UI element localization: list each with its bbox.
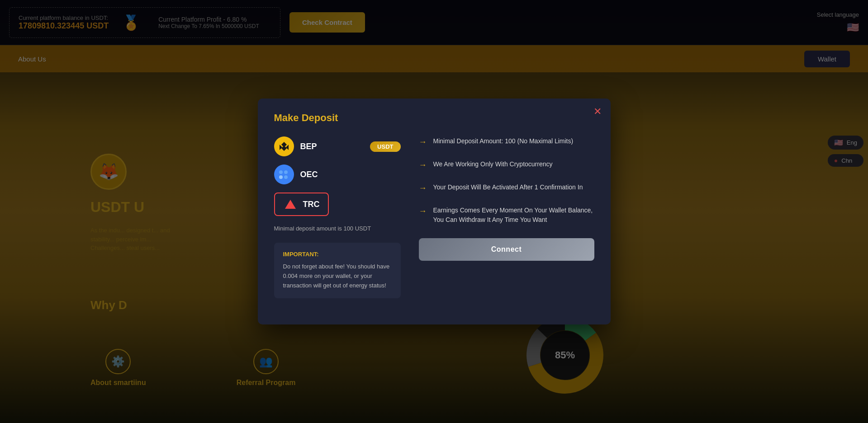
svg-marker-7	[280, 145, 282, 150]
bep-logo-icon	[274, 136, 294, 156]
usdt-badge: USDT	[370, 141, 400, 152]
modal-left-panel: BEP USDT OEC	[274, 136, 401, 298]
minimal-deposit-text: Minimal deposit amount is 100 USDT	[274, 225, 401, 232]
make-deposit-modal: Make Deposit ✕ BEP	[258, 99, 611, 324]
oec-logo-icon	[274, 164, 294, 184]
svg-marker-6	[281, 146, 287, 151]
arrow-icon-4: →	[419, 207, 427, 216]
info-text-1: Minimal Deposit Amount: 100 (No Maximal …	[433, 136, 574, 146]
oec-dots-icon	[279, 170, 289, 179]
modal-right-panel: → Minimal Deposit Amount: 100 (No Maxima…	[414, 136, 594, 298]
oec-label: OEC	[300, 170, 318, 179]
info-item-4: → Earnings Comes Every Moment On Your Wa…	[419, 206, 594, 225]
bep-label: BEP	[300, 142, 317, 151]
important-text: Do not forget about fee! You should have…	[283, 262, 392, 290]
modal-body: BEP USDT OEC	[274, 136, 594, 298]
modal-close-button[interactable]: ✕	[593, 106, 602, 118]
arrow-icon-1: →	[419, 137, 427, 147]
info-text-2: We Are Working Only With Cryptocurrency	[433, 160, 553, 169]
important-box: IMPORTANT: Do not forget about fee! You …	[274, 243, 401, 298]
bnb-diamond-icon	[278, 140, 290, 153]
trc-triangle-icon	[285, 200, 296, 209]
connect-btn-wrap: Connect	[419, 238, 594, 261]
trc-logo-icon	[283, 197, 298, 212]
chain-trc-option[interactable]: TRC	[274, 193, 401, 216]
modal-title: Make Deposit	[274, 112, 594, 124]
arrow-icon-3: →	[419, 183, 427, 193]
chain-bep-option[interactable]: BEP USDT	[274, 136, 401, 156]
trc-label: TRC	[303, 200, 320, 209]
info-item-3: → Your Deposit Will Be Activated After 1…	[419, 183, 594, 193]
info-text-4: Earnings Comes Every Moment On Your Wall…	[433, 206, 594, 225]
info-item-2: → We Are Working Only With Cryptocurrenc…	[419, 160, 594, 170]
arrow-icon-2: →	[419, 160, 427, 170]
svg-marker-8	[286, 145, 289, 150]
trc-box: TRC	[274, 193, 329, 216]
modal-overlay: Make Deposit ✕ BEP	[0, 0, 868, 423]
connect-button[interactable]: Connect	[419, 238, 594, 261]
chain-oec-option[interactable]: OEC	[274, 164, 401, 184]
info-text-3: Your Deposit Will Be Activated After 1 C…	[433, 183, 583, 192]
important-label: IMPORTANT:	[283, 251, 392, 258]
info-item-1: → Minimal Deposit Amount: 100 (No Maxima…	[419, 136, 594, 147]
